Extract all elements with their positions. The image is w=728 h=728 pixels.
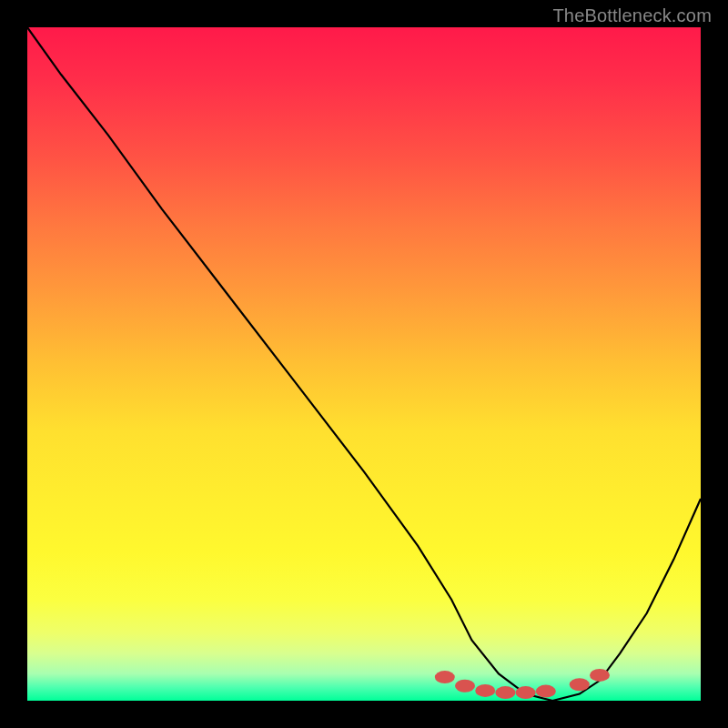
gradient-background [27,27,701,701]
chart-container: TheBottleneck.com [0,0,728,728]
watermark-text: TheBottleneck.com [552,5,712,26]
plot-area [27,27,701,701]
